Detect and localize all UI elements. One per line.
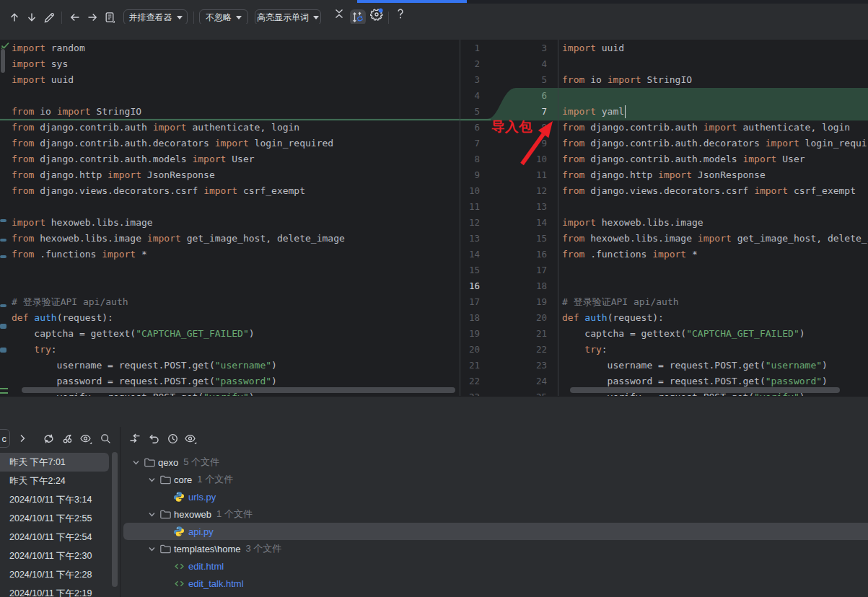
viewer-mode-dropdown[interactable]: 并排查看器 [123, 9, 188, 25]
folder-icon [159, 471, 172, 488]
file-count: 3 个文件 [246, 542, 282, 555]
folder-name[interactable]: qexo5 个文件 [158, 454, 219, 471]
whitespace-ignore-label: 不忽略 [206, 12, 232, 24]
pycharm-local-history-window: { "colors": { "accent_blue": "#3574f0", … [0, 0, 868, 597]
file-name[interactable]: edit_talk.html [188, 575, 244, 592]
file-name[interactable]: edit.html [188, 557, 224, 575]
html-file-icon [173, 575, 185, 592]
tree-row-qexo[interactable]: qexo5 个文件 [120, 454, 868, 471]
collapse-unchanged-icon[interactable] [330, 4, 348, 24]
revision-list-scrollbar[interactable] [112, 452, 118, 587]
search-icon[interactable] [96, 429, 115, 448]
diff-editor-area: import randomimport sysimport uuidfrom i… [0, 40, 868, 396]
revision-item[interactable]: 2024/10/11 下午2:55 [0, 509, 109, 528]
gear-icon[interactable] [368, 4, 385, 24]
chevron-right-icon[interactable] [13, 429, 32, 448]
file-count: 1 个文件 [216, 508, 253, 521]
revision-item[interactable]: 2024/10/11 下午2:19 [0, 584, 109, 597]
tree-row-api.py[interactable]: api.py [120, 523, 868, 540]
chevron-down-icon[interactable] [146, 540, 157, 557]
viewer-mode-label: 并排查看器 [129, 12, 172, 24]
revision-item[interactable]: 2024/10/11 下午2:54 [0, 528, 109, 547]
local-history-panel: c 昨天 下午7:01昨天 下午2:242024/10/11 下午3:14202… [0, 396, 868, 597]
revision-list: 昨天 下午7:01昨天 下午2:242024/10/11 下午3:142024/… [0, 451, 120, 597]
clock-icon[interactable] [163, 429, 182, 448]
tree-row-hexoweb[interactable]: hexoweb1 个文件 [120, 505, 868, 523]
annotation-text: 导入包 [491, 120, 532, 134]
chevron-down-icon[interactable] [131, 454, 141, 471]
diff-toolbar: 并排查看器 不忽略 高亮显示单词 [0, 4, 868, 24]
highlight-mode-dropdown[interactable]: 高亮显示单词 [255, 9, 321, 25]
revision-item[interactable]: 2024/10/11 下午3:14 [0, 490, 109, 509]
revision-item[interactable]: 2024/10/11 下午2:30 [0, 547, 109, 565]
active-tab-indicator [357, 0, 467, 3]
file-tree: qexo5 个文件core1 个文件urls.pyhexoweb1 个文件api… [120, 451, 868, 597]
cherries-icon[interactable] [58, 429, 76, 448]
undo-icon[interactable] [144, 429, 163, 448]
whitespace-ignore-dropdown[interactable]: 不忽略 [199, 9, 248, 25]
history-toolbar [0, 428, 868, 449]
file-count: 1 个文件 [197, 473, 233, 486]
eye-menu-icon[interactable] [181, 429, 200, 448]
chevron-down-icon[interactable] [146, 471, 157, 488]
tree-row-edit.html[interactable]: edit.html [120, 557, 868, 575]
chevron-down-icon [313, 16, 319, 19]
diff-title-row: 24fb62fc d880753b (api.py) [0, 24, 868, 40]
tree-selection-highlight [123, 523, 868, 540]
eye-menu-icon[interactable] [76, 429, 95, 448]
help-icon[interactable] [392, 4, 409, 24]
file-name[interactable]: api.py [188, 523, 214, 540]
file-name[interactable]: urls.py [188, 488, 216, 505]
folder-icon [144, 454, 156, 471]
highlight-mode-label: 高亮显示单词 [257, 12, 309, 24]
toolbar-separator [193, 12, 194, 24]
chevron-down-icon[interactable] [146, 505, 157, 523]
revision-item[interactable]: 昨天 下午2:24 [0, 472, 109, 490]
annotation-arrow [0, 40, 868, 396]
file-count: 5 个文件 [183, 456, 219, 469]
folder-name[interactable]: core1 个文件 [174, 471, 233, 488]
sync-scrolling-button[interactable] [350, 9, 366, 25]
tree-row-edit-talk.html[interactable]: edit_talk.html [120, 575, 868, 592]
python-file-icon [173, 488, 185, 505]
python-file-icon [173, 523, 185, 540]
tree-row-templates-home[interactable]: templates\home3 个文件 [120, 540, 868, 557]
revision-item[interactable]: 2024/10/11 下午2:28 [0, 565, 109, 584]
chevron-down-icon [177, 16, 183, 19]
toolbar-separator [388, 12, 389, 24]
refresh-icon[interactable] [39, 429, 58, 448]
tree-row-core[interactable]: core1 个文件 [120, 471, 868, 488]
folder-name[interactable]: hexoweb1 个文件 [174, 505, 253, 523]
panel-divider [0, 396, 868, 397]
arrows-opposite-icon[interactable] [126, 429, 144, 448]
revision-item[interactable]: 昨天 下午7:01 [0, 453, 109, 472]
folder-icon [159, 540, 172, 557]
toolbar-separator [61, 12, 62, 24]
chevron-down-icon [236, 16, 242, 19]
tree-row-urls.py[interactable]: urls.py [120, 488, 868, 505]
html-file-icon [173, 557, 185, 575]
folder-icon [159, 505, 172, 523]
folder-name[interactable]: templates\home3 个文件 [174, 540, 281, 557]
